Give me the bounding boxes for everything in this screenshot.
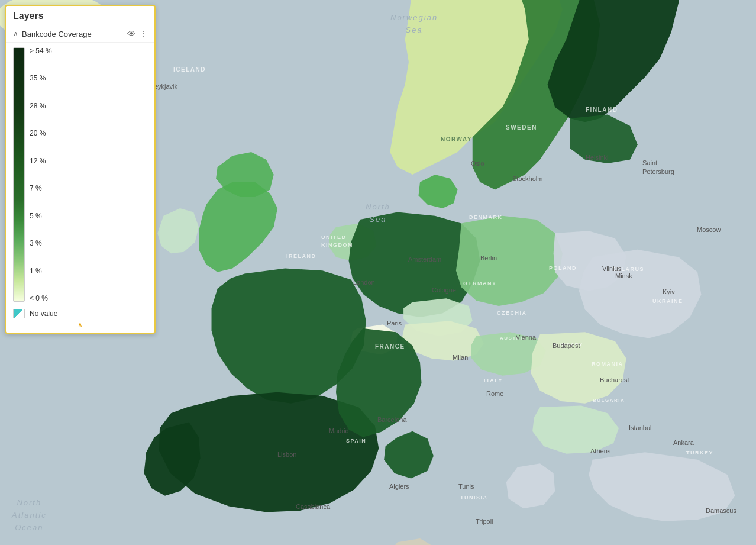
more-options-icon[interactable]: ⋮ — [139, 29, 147, 38]
visibility-icon[interactable]: 👁 — [127, 29, 135, 38]
legend-label-2: 28 % — [30, 102, 52, 109]
legend-labels: > 54 % 35 % 28 % 20 % 12 % 7 % 5 % 3 % 1… — [30, 47, 52, 302]
legend-label-9: < 0 % — [30, 295, 52, 302]
no-value-row: No value — [6, 307, 154, 320]
layer-name: Bankcode Coverage — [22, 30, 127, 38]
layer-row: ∧ Bankcode Coverage 👁 ⋮ — [6, 25, 154, 43]
legend-gradient — [13, 47, 25, 302]
layers-panel: Layers ∧ Bankcode Coverage 👁 ⋮ > 54 % 35… — [5, 5, 156, 334]
legend-label-8: 1 % — [30, 267, 52, 275]
layer-expand-icon[interactable]: ∧ — [13, 30, 18, 38]
legend-label-3: 20 % — [30, 130, 52, 137]
no-value-label: No value — [30, 309, 57, 318]
legend-label-6: 5 % — [30, 212, 52, 220]
legend-container: > 54 % 35 % 28 % 20 % 12 % 7 % 5 % 3 % 1… — [6, 43, 154, 307]
legend-label-4: 12 % — [30, 157, 52, 165]
legend-label-5: 7 % — [30, 185, 52, 192]
legend-label-0: > 54 % — [30, 47, 52, 54]
layers-title: Layers — [6, 6, 154, 25]
layer-icons: 👁 ⋮ — [127, 29, 147, 38]
panel-collapse-button[interactable]: ∧ — [6, 320, 154, 330]
legend-label-1: 35 % — [30, 75, 52, 82]
legend-label-7: 3 % — [30, 240, 52, 247]
no-value-icon — [13, 309, 25, 318]
